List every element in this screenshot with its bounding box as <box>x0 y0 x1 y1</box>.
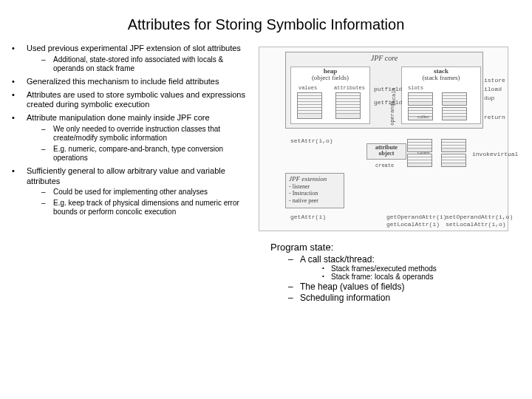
diagram-stack-subtitle: (stack frames) <box>422 74 460 81</box>
diagram-stack-attr-col-2 <box>442 107 467 120</box>
diagram-invokevirtual-label: invokevirtual <box>472 151 518 157</box>
program-state-stackframes: Stack frames/executed methods <box>321 265 513 273</box>
diagram-callee-slots-2 <box>407 154 432 167</box>
diagram-jpf-extension-box: JPF extension - listener - Instruction -… <box>285 173 344 208</box>
diagram-create-label: create <box>375 163 394 168</box>
right-column: JPF core heap (object fields) values att… <box>254 44 513 304</box>
bullet-5-sub-2: E.g. keep track of physical dimensions a… <box>40 199 254 217</box>
diagram-heap-subtitle: (object fields) <box>312 74 349 81</box>
diagram-heap-box: heap (object fields) values attributes <box>290 66 370 124</box>
bullet-1-sub-1: Additional, state-stored info associated… <box>40 55 254 74</box>
diagram-stack-slots-label: slots <box>408 85 423 91</box>
diagram-caller-label: caller <box>417 114 429 120</box>
diagram-setattr-label: setAttr(i,o) <box>290 137 333 144</box>
diagram-getfield-label: getfield <box>374 99 402 106</box>
diagram-attribute-object: attribute object <box>366 143 406 160</box>
content-row: Used previous experimental JPF extension… <box>0 44 532 304</box>
diagram-stack-slots-col-1 <box>408 92 433 106</box>
program-state-section: Program state: A call stack/thread: Stac… <box>259 242 513 303</box>
diagram-jpf-ext-nativepeer: - native peer <box>289 197 341 205</box>
diagram-putfield-label: putfield <box>374 86 402 92</box>
diagram-heap-attributes-label: attributes <box>334 85 365 91</box>
bullet-column: Used previous experimental JPF extension… <box>10 44 254 304</box>
diagram-jpf-ext-instruction: - Instruction <box>289 190 341 197</box>
diagram-jpf-ext-title: JPF extension <box>289 175 341 183</box>
diagram-callee-attr-1 <box>441 139 466 152</box>
bullet-2: Generalized this mechanism to include fi… <box>10 77 254 87</box>
diagram-return-label: return <box>484 114 505 120</box>
diagram-setoperandattr-label: setOperandAttr(i,o) <box>446 214 513 220</box>
diagram-setlocalattr-label: setLocalAttr(i,o) <box>446 221 506 228</box>
diagram-iload-label: iload <box>484 86 502 92</box>
diagram-heap-values-label: values <box>299 85 317 91</box>
architecture-diagram: JPF core heap (object fields) values att… <box>259 47 508 231</box>
program-state-callstack-text: A call stack/thread: <box>300 254 375 265</box>
diagram-jpf-core-label: JPF core <box>371 54 398 62</box>
diagram-heap-attr-col <box>335 92 361 119</box>
diagram-getlocalattr-label: getLocalAttr(i) <box>386 221 440 228</box>
program-state-title: Program state: <box>270 242 513 253</box>
diagram-getattr-label: getAttr(i) <box>290 214 326 220</box>
diagram-stack-attr-col-1 <box>442 92 467 106</box>
diagram-callee-attr-2 <box>441 154 466 167</box>
bullet-5: Sufficiently general to allow arbitrary … <box>10 166 254 217</box>
diagram-callee-slots-1 <box>407 139 432 152</box>
diagram-heap-values-col <box>297 92 322 119</box>
bullet-4: Attribute manipulation done mainly insid… <box>10 113 254 163</box>
bullet-3: Attributes are used to store symbolic va… <box>10 90 254 111</box>
diagram-attr-obj-l2: object <box>379 150 395 157</box>
bullet-4-sub-2: E.g. numeric, compare-and-branch, type c… <box>40 145 254 163</box>
program-state-stackframe-locals: Stack frame: locals & operands <box>321 273 513 281</box>
bullet-5-sub-1: Could be used for implementing other ana… <box>40 188 254 197</box>
diagram-jpf-ext-listener: - listener <box>289 183 341 191</box>
diagram-stack-box: stack (stack frames) slots locals operan… <box>401 66 481 124</box>
program-state-scheduling: Scheduling information <box>287 293 513 303</box>
diagram-dup-label: dup <box>484 95 494 101</box>
program-state-heap: The heap (values of fields) <box>287 282 513 292</box>
diagram-istore-label: istore <box>484 77 505 83</box>
bullet-4-text: Attribute manipulation done mainly insid… <box>27 113 210 122</box>
bullet-1: Used previous experimental JPF extension… <box>10 44 254 74</box>
diagram-getoperandattr-label: getOperandAttr(i) <box>386 214 447 220</box>
bullet-4-sub-1: We only needed to override instruction c… <box>40 125 254 143</box>
slide-title: Attributes for Storing Symbolic Informat… <box>0 0 532 44</box>
bullet-5-text: Sufficiently general to allow arbitrary … <box>27 166 225 185</box>
program-state-callstack: A call stack/thread: Stack frames/execut… <box>287 254 513 281</box>
bullet-1-text: Used previous experimental JPF extension… <box>27 44 241 52</box>
